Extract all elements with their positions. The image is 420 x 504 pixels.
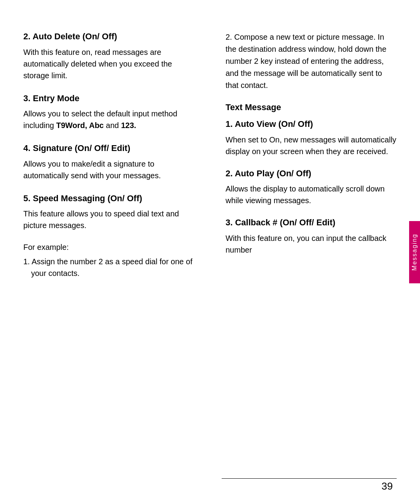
- speed-messaging-heading: 5. Speed Messaging (On/ Off): [23, 193, 194, 204]
- section-entry-mode: 3. Entry Mode Allows you to select the d…: [23, 93, 194, 132]
- list-item-1: 1. Assign the number 2 as a speed dial f…: [23, 256, 194, 279]
- callback-heading: 3. Callback # (On/ Off/ Edit): [226, 217, 397, 228]
- section-callback: 3. Callback # (On/ Off/ Edit) With this …: [226, 217, 397, 256]
- sidebar-tab: Messaging: [409, 221, 420, 283]
- page-container: 2. Auto Delete (On/ Off) With this featu…: [0, 0, 420, 504]
- text-message-label: Text Message: [226, 102, 397, 112]
- signature-body: Allows you to make/edit a signature to a…: [23, 158, 194, 181]
- entry-mode-body: Allows you to select the default input m…: [23, 108, 194, 131]
- auto-view-body: When set to On, new messages will automa…: [226, 134, 397, 157]
- auto-play-heading: 2. Auto Play (On/ Off): [226, 168, 397, 179]
- signature-heading: 4. Signature (On/ Off/ Edit): [23, 143, 194, 154]
- page-number: 39: [382, 480, 393, 492]
- section-signature: 4. Signature (On/ Off/ Edit) Allows you …: [23, 143, 194, 181]
- right-column: 2. Compose a new text or picture message…: [218, 31, 397, 284]
- auto-delete-body: With this feature on, read messages are …: [23, 46, 194, 81]
- section-auto-delete: 2. Auto Delete (On/ Off) With this featu…: [23, 31, 194, 81]
- entry-mode-heading: 3. Entry Mode: [23, 93, 194, 104]
- compose-body: Compose a new text or picture message. I…: [226, 33, 387, 90]
- speed-messaging-body: This feature allows you to speed dial te…: [23, 208, 194, 231]
- content-area: 2. Auto Delete (On/ Off) With this featu…: [23, 31, 397, 284]
- callback-body: With this feature on, you can input the …: [226, 232, 397, 256]
- auto-play-body: Allows the display to automatically scro…: [226, 183, 397, 206]
- left-column: 2. Auto Delete (On/ Off) With this featu…: [23, 31, 202, 284]
- sidebar-label: Messaging: [411, 234, 418, 270]
- for-example-label: For example:: [23, 243, 194, 252]
- section-auto-view: 1. Auto View (On/ Off) When set to On, n…: [226, 119, 397, 157]
- auto-view-heading: 1. Auto View (On/ Off): [226, 119, 397, 130]
- compose-number: 2.: [226, 33, 234, 41]
- auto-delete-heading: 2. Auto Delete (On/ Off): [23, 31, 194, 42]
- section-auto-play: 2. Auto Play (On/ Off) Allows the displa…: [226, 168, 397, 207]
- compose-text: 2. Compose a new text or picture message…: [226, 31, 397, 91]
- section-compose: 2. Compose a new text or picture message…: [226, 31, 397, 91]
- section-speed-messaging: 5. Speed Messaging (On/ Off) This featur…: [23, 193, 194, 232]
- bottom-divider: [222, 478, 397, 479]
